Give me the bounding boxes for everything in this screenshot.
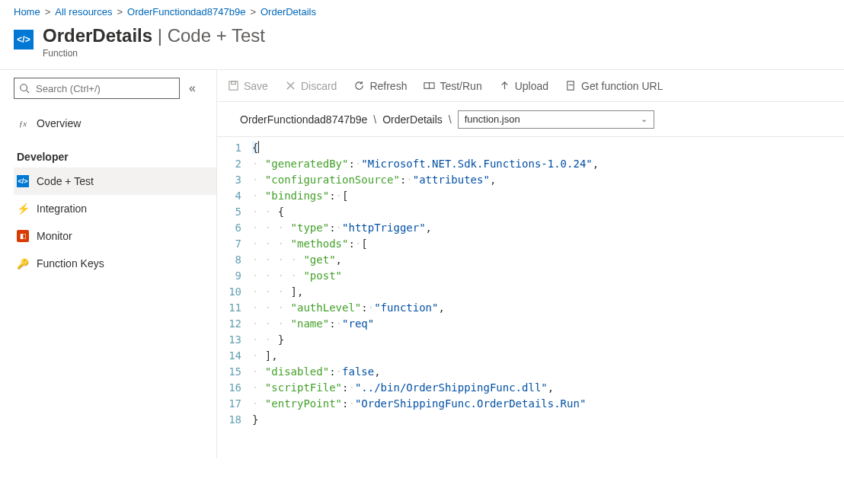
crumb-home[interactable]: Home <box>14 6 40 18</box>
path-seg-func: OrderDetails <box>382 113 443 126</box>
search-input[interactable] <box>14 78 180 99</box>
sidebar-item-label: Code + Test <box>37 175 94 187</box>
content-pane: Save Discard Refresh Test/Run Upload Get… <box>216 70 844 458</box>
line-number-gutter: 123456789101112131415161718 <box>217 140 252 428</box>
function-glyph-icon: </> <box>14 30 34 49</box>
overview-icon: ƒx <box>17 117 29 129</box>
sidebar-item-integration[interactable]: ⚡ Integration <box>14 195 216 222</box>
sidebar-section-developer: Developer <box>14 137 216 167</box>
upload-button[interactable]: Upload <box>499 80 548 92</box>
search-icon <box>19 83 30 94</box>
toolbar-label: Get function URL <box>581 80 663 92</box>
page-title-sub: Code + Test <box>168 25 265 46</box>
page-title-main: OrderDetails <box>43 25 152 46</box>
crumb-functionapp[interactable]: OrderFunctiondad8747b9e <box>127 6 245 18</box>
sidebar-item-label: Integration <box>37 203 87 215</box>
url-icon <box>565 80 577 91</box>
sidebar-item-monitor[interactable]: ◧ Monitor <box>14 222 216 250</box>
file-select-dropdown[interactable]: function.json ⌄ <box>458 110 654 129</box>
test-run-button[interactable]: Test/Run <box>424 80 481 92</box>
svg-line-1 <box>27 91 30 94</box>
chevron-right-icon: > <box>117 6 123 18</box>
path-sep: \ <box>373 113 376 126</box>
page-title-sep: | <box>152 25 168 46</box>
svg-rect-2 <box>229 81 238 90</box>
svg-rect-3 <box>232 81 236 85</box>
refresh-icon <box>353 80 365 91</box>
sidebar-item-overview[interactable]: ƒx Overview <box>14 110 216 137</box>
toolbar-label: Test/Run <box>440 80 481 92</box>
code-test-icon: </> <box>17 175 29 187</box>
toolbar: Save Discard Refresh Test/Run Upload Get… <box>217 70 844 102</box>
path-sep: \ <box>449 113 452 126</box>
code-content[interactable]: {· "generatedBy":·"Microsoft.NET.Sdk.Fun… <box>252 140 599 428</box>
monitor-icon: ◧ <box>17 230 29 242</box>
toolbar-label: Discard <box>301 80 337 92</box>
svg-rect-9 <box>567 81 574 90</box>
save-button[interactable]: Save <box>228 80 268 92</box>
collapse-sidebar-button[interactable]: « <box>189 81 196 95</box>
refresh-button[interactable]: Refresh <box>353 80 407 92</box>
chevron-right-icon: > <box>250 6 256 18</box>
key-icon: 🔑 <box>17 257 29 270</box>
sidebar-item-label: Function Keys <box>37 257 104 270</box>
file-select-value: function.json <box>465 113 520 125</box>
path-seg-app: OrderFunctiondad8747b9e <box>240 113 367 126</box>
save-icon <box>228 80 239 91</box>
sidebar-item-label: Overview <box>37 117 81 129</box>
upload-icon <box>499 80 510 91</box>
file-path-bar: OrderFunctiondad8747b9e \ OrderDetails \… <box>217 102 844 137</box>
toolbar-label: Refresh <box>369 80 407 92</box>
discard-button[interactable]: Discard <box>285 80 337 92</box>
chevron-down-icon: ⌄ <box>641 114 647 124</box>
page-header: </> OrderDetails | Code + Test Function <box>0 21 844 69</box>
toolbar-label: Save <box>244 80 268 92</box>
bolt-icon: ⚡ <box>17 203 29 215</box>
crumb-current[interactable]: OrderDetails <box>261 6 316 18</box>
svg-point-0 <box>21 85 27 91</box>
close-icon <box>285 80 296 91</box>
test-run-icon <box>424 80 435 91</box>
sidebar: « ƒx Overview Developer </> Code + Test … <box>0 70 216 458</box>
code-editor[interactable]: 123456789101112131415161718 {· "generate… <box>217 137 844 458</box>
sidebar-item-label: Monitor <box>37 230 72 242</box>
breadcrumb: Home > All resources > OrderFunctiondad8… <box>0 0 844 21</box>
sidebar-item-function-keys[interactable]: 🔑 Function Keys <box>14 250 216 277</box>
search-field[interactable] <box>34 82 174 95</box>
resource-type-label: Function <box>43 48 265 59</box>
chevron-right-icon: > <box>45 6 51 18</box>
get-function-url-button[interactable]: Get function URL <box>565 80 663 92</box>
sidebar-item-code-test[interactable]: </> Code + Test <box>14 167 216 195</box>
toolbar-label: Upload <box>515 80 548 92</box>
page-title: OrderDetails | Code + Test <box>43 25 265 46</box>
crumb-allresources[interactable]: All resources <box>55 6 112 18</box>
